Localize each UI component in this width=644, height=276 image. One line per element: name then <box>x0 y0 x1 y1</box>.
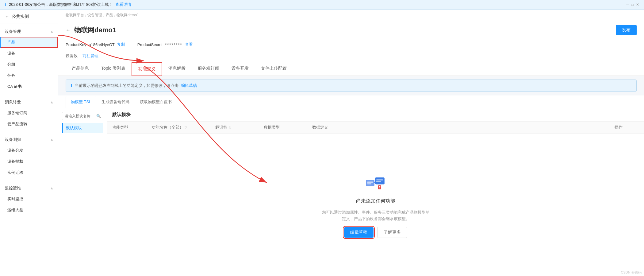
breadcrumb-product[interactable]: 产品 <box>106 13 113 18</box>
section-label-msg: 消息转发 <box>5 99 21 105</box>
main-content: 物联网平台 / 设备管理 / 产品 / 物联网demo1 ← 物联网demo1 … <box>58 10 644 276</box>
page-title: 物联网demo1 <box>74 25 116 35</box>
sidebar-section-header-assign[interactable]: 设备划归 ∧ <box>0 134 58 145</box>
sub-tab-codegen[interactable]: 生成设备端代码 <box>96 96 135 108</box>
sub-tab-tsl[interactable]: 物模型 TSL <box>66 96 96 108</box>
tab-function-def[interactable]: 功能定义 <box>132 62 162 76</box>
table-area: 默认模块 功能类型 功能名称（全部） ▽ 标识符 ⇅ <box>107 108 644 276</box>
sidebar-section-monitor: 监控运维 ∧ 实时监控 运维大盘 <box>0 181 58 218</box>
sidebar-item-server-subscribe[interactable]: 服务端订阅 <box>0 107 58 119</box>
module-area: 🔍 默认模块 默认模块 功能类型 功能名称（全部） ▽ <box>58 108 644 276</box>
section-label-monitor: 监控运维 <box>5 185 21 191</box>
sidebar-item-realtime-monitor[interactable]: 实时监控 <box>0 193 58 204</box>
col-data-def-label: 数据定义 <box>312 125 328 130</box>
learn-more-button[interactable]: 了解更多 <box>377 227 407 238</box>
col-feature-type-label: 功能类型 <box>112 125 128 130</box>
sidebar-item-device[interactable]: 设备 <box>0 48 58 59</box>
svg-rect-3 <box>375 177 384 184</box>
window-controls: ─ □ ✕ <box>626 2 639 7</box>
sidebar-back-label: 公共实例 <box>12 14 29 19</box>
tab-topic-list[interactable]: Topic 类列表 <box>95 62 132 76</box>
empty-state: 尚未添加任何功能 您可以通过添加属性、事件、服务三类功能完成产品物模型的定义，产… <box>107 134 644 276</box>
sidebar-section-header-device-mgmt[interactable]: 设备管理 ∧ <box>0 26 58 37</box>
sidebar-section-device-mgmt: 设备管理 ∧ 产品 设备 分组 任务 CA 证书 <box>0 24 58 95</box>
search-icon: 🔍 <box>96 114 101 118</box>
sidebar-section-msg-forward: 消息转发 ∧ 服务端订阅 云产品流转 <box>0 95 58 132</box>
sub-tabs: 物模型 TSL 生成设备端代码 获取物模型白皮书 <box>58 95 644 108</box>
edit-draft-button[interactable]: 编辑草稿 <box>344 227 374 238</box>
table-title: 默认模块 <box>107 108 644 121</box>
page-header: ← 物联网demo1 发布 <box>58 21 644 39</box>
breadcrumb-sep2: / <box>103 13 104 17</box>
product-key-item: ProductKey a186h4HyeOT 复制 <box>66 42 125 47</box>
empty-desc: 您可以通过添加属性、事件、服务三类功能完成产品物模型的定义，产品下的设备都会继承… <box>320 209 431 222</box>
svg-rect-6 <box>378 185 381 189</box>
notification-text: 2023-01-06发布公告：新版数据解析和JT/T 808协议上线！ <box>9 2 113 7</box>
sidebar-item-task[interactable]: 任务 <box>0 70 58 81</box>
table-header: 功能类型 功能名称（全部） ▽ 标识符 ⇅ 数据类型 <box>107 121 644 134</box>
manage-device-link[interactable]: 前往管理 <box>82 53 98 59</box>
view-secret-button[interactable]: 查看 <box>185 42 193 47</box>
sidebar-item-instance-migrate[interactable]: 实例迁移 <box>0 167 58 178</box>
chevron-up-icon2: ∧ <box>51 100 53 104</box>
sidebar-back[interactable]: ← 公共实例 <box>0 10 58 24</box>
close-btn[interactable]: ✕ <box>636 2 639 7</box>
sidebar-section-header-monitor[interactable]: 监控运维 ∧ <box>0 183 58 193</box>
empty-title: 尚未添加任何功能 <box>356 198 395 204</box>
tab-product-info[interactable]: 产品信息 <box>66 62 95 76</box>
breadcrumb-device-mgmt[interactable]: 设备管理 <box>87 13 102 18</box>
publish-button[interactable]: 发布 <box>616 25 637 35</box>
device-info-row: 设备数 前往管理 <box>58 51 644 62</box>
breadcrumb-sep1: / <box>85 13 86 17</box>
product-key-value: a186h4HyeOT <box>89 42 115 47</box>
sidebar-item-group[interactable]: 分组 <box>0 59 58 70</box>
svg-rect-1 <box>367 181 373 182</box>
tab-server-subscribe[interactable]: 服务端订阅 <box>192 62 225 76</box>
filter-icon[interactable]: ▽ <box>185 126 187 129</box>
maximize-btn[interactable]: □ <box>631 2 634 7</box>
breadcrumb-current: 物联网demo1 <box>117 13 139 18</box>
device-count-label: 设备数 <box>66 53 78 59</box>
svg-rect-5 <box>376 181 381 182</box>
sort-icon[interactable]: ⇅ <box>228 126 231 129</box>
col-identifier-label: 标识符 <box>215 125 227 130</box>
svg-rect-0 <box>366 180 374 186</box>
empty-icon <box>363 172 388 193</box>
col-data-type-label: 数据类型 <box>264 125 280 130</box>
back-arrow-icon: ← <box>5 14 9 19</box>
col-identifier: 标识符 ⇅ <box>215 125 261 130</box>
sidebar: ← 公共实例 设备管理 ∧ 产品 设备 分组 任务 CA 证书 消息转发 ∧ 服… <box>0 10 58 276</box>
tab-device-dev[interactable]: 设备开发 <box>225 62 255 76</box>
sidebar-item-device-auth[interactable]: 设备授权 <box>0 156 58 167</box>
info-icon: ℹ <box>5 2 6 7</box>
alert-text: 当前展示的是已发布到线上的功能定义，如需修改，请点击 <box>75 83 178 88</box>
breadcrumb: 物联网平台 / 设备管理 / 产品 / 物联网demo1 <box>58 10 644 21</box>
module-list-item-default[interactable]: 默认模块 <box>62 123 103 133</box>
product-secret-label: ProductSecret <box>137 42 163 47</box>
breadcrumb-iot[interactable]: 物联网平台 <box>66 13 84 18</box>
top-notification-bar: ℹ 2023-01-06发布公告：新版数据解析和JT/T 808协议上线！ 查看… <box>0 0 644 10</box>
sub-tab-whitepaper[interactable]: 获取物模型白皮书 <box>135 96 177 108</box>
tab-msg-parse[interactable]: 消息解析 <box>162 62 192 76</box>
sidebar-item-ops-dashboard[interactable]: 运维大盘 <box>0 204 58 216</box>
product-key-label: ProductKey <box>66 42 86 47</box>
sidebar-item-cloud-flow[interactable]: 云产品流转 <box>0 119 58 130</box>
page-back-button[interactable]: ← <box>66 27 71 33</box>
minimize-btn[interactable]: ─ <box>626 2 629 7</box>
col-data-def: 数据定义 <box>312 125 612 130</box>
col-feature-name: 功能名称（全部） ▽ <box>151 125 213 130</box>
svg-line-9 <box>374 181 375 183</box>
tab-file-upload[interactable]: 文件上传配置 <box>255 62 293 76</box>
col-data-type: 数据类型 <box>264 125 310 130</box>
sidebar-section-header-msg[interactable]: 消息转发 ∧ <box>0 97 58 107</box>
product-info-row: ProductKey a186h4HyeOT 复制 ProductSecret … <box>58 39 644 51</box>
notification-link[interactable]: 查看详情 <box>115 2 131 7</box>
alert-link[interactable]: 编辑草稿 <box>181 83 197 88</box>
sidebar-item-ca[interactable]: CA 证书 <box>0 81 58 92</box>
copy-button[interactable]: 复制 <box>117 42 125 47</box>
svg-rect-8 <box>379 188 380 188</box>
sidebar-item-device-dist[interactable]: 设备分发 <box>0 145 58 156</box>
col-feature-type: 功能类型 <box>112 125 149 130</box>
chevron-up-icon3: ∧ <box>51 138 53 142</box>
sidebar-item-product[interactable]: 产品 <box>0 37 58 48</box>
